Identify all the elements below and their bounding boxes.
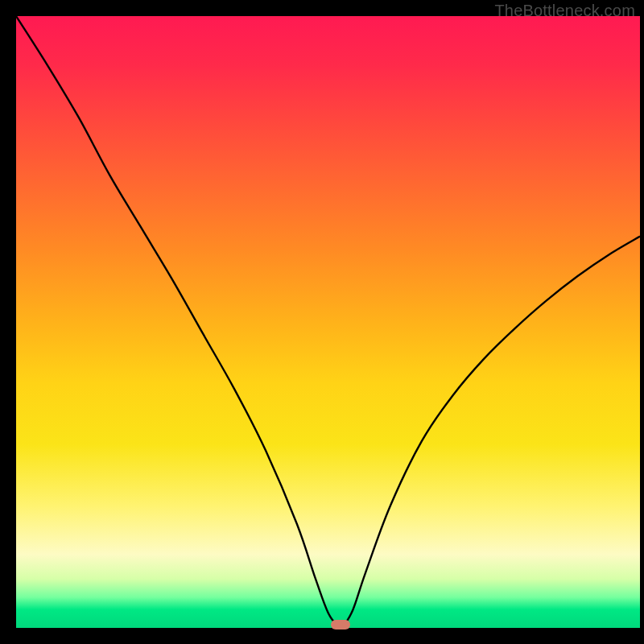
- watermark-text: TheBottleneck.com: [494, 2, 635, 20]
- bottleneck-curve: [16, 16, 640, 628]
- curve-path: [16, 16, 640, 626]
- optimal-marker: [331, 620, 350, 630]
- plot-frame: TheBottleneck.com: [16, 0, 640, 628]
- plot-gradient-area: [16, 16, 640, 628]
